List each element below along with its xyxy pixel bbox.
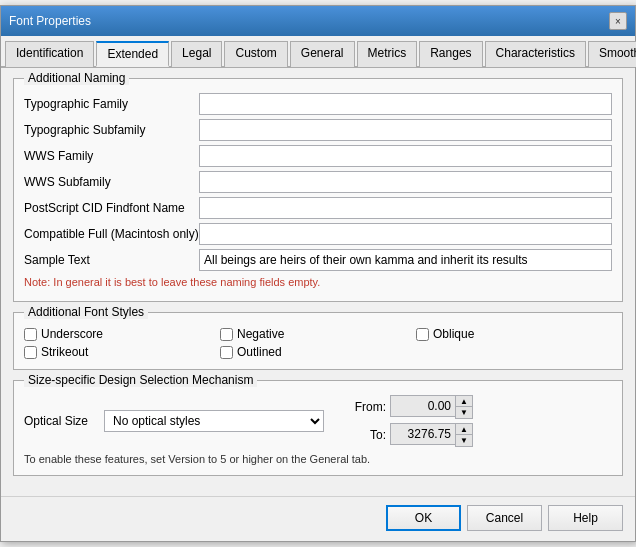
underscore-cell: Underscore xyxy=(24,327,220,341)
wws-subfamily-row: WWS Subfamily xyxy=(24,171,612,193)
compat-full-input[interactable] xyxy=(199,223,612,245)
wws-subfamily-label: WWS Subfamily xyxy=(24,175,199,189)
optical-content: Optical Size No optical styles From: ▲ ▼ xyxy=(24,395,612,465)
tab-identification[interactable]: Identification xyxy=(5,41,94,67)
wws-subfamily-input[interactable] xyxy=(199,171,612,193)
from-to-section: From: ▲ ▼ To: xyxy=(354,395,473,447)
from-row: From: ▲ ▼ xyxy=(354,395,473,419)
to-spinbox: ▲ ▼ xyxy=(390,423,473,447)
content-area: Additional Naming Typographic Family Typ… xyxy=(1,68,635,496)
tab-general[interactable]: General xyxy=(290,41,355,67)
tab-bar: Identification Extended Legal Custom Gen… xyxy=(1,36,635,68)
optical-size-label: Optical Size xyxy=(24,414,104,428)
tab-ranges[interactable]: Ranges xyxy=(419,41,482,67)
compat-full-label: Compatible Full (Macintosh only) xyxy=(24,227,199,241)
tab-characteristics[interactable]: Characteristics xyxy=(485,41,586,67)
naming-note: Note: In general it is best to leave the… xyxy=(24,276,612,288)
from-spin-buttons: ▲ ▼ xyxy=(455,395,473,419)
strikeout-checkbox[interactable] xyxy=(24,346,37,359)
typo-subfamily-input[interactable] xyxy=(199,119,612,141)
optical-group-label: Size-specific Design Selection Mechanism xyxy=(24,373,257,387)
window-title: Font Properties xyxy=(9,14,91,28)
additional-naming-group: Additional Naming Typographic Family Typ… xyxy=(13,78,623,302)
typo-family-input[interactable] xyxy=(199,93,612,115)
ps-cid-input[interactable] xyxy=(199,197,612,219)
wws-family-row: WWS Family xyxy=(24,145,612,167)
to-decrement-button[interactable]: ▼ xyxy=(456,435,472,446)
bottom-buttons: OK Cancel Help xyxy=(1,496,635,541)
outlined-cell: Outlined xyxy=(220,345,416,359)
sample-text-row: Sample Text xyxy=(24,249,612,271)
typo-subfamily-row: Typographic Subfamily xyxy=(24,119,612,141)
sample-text-input[interactable] xyxy=(199,249,612,271)
font-styles-label: Additional Font Styles xyxy=(24,305,148,319)
from-input[interactable] xyxy=(390,395,455,417)
to-spin-buttons: ▲ ▼ xyxy=(455,423,473,447)
oblique-checkbox[interactable] xyxy=(416,328,429,341)
strikeout-cell: Strikeout xyxy=(24,345,220,359)
optical-group: Size-specific Design Selection Mechanism… xyxy=(13,380,623,476)
title-bar: Font Properties × xyxy=(1,6,635,36)
underscore-checkbox[interactable] xyxy=(24,328,37,341)
help-button[interactable]: Help xyxy=(548,505,623,531)
to-row: To: ▲ ▼ xyxy=(354,423,473,447)
title-bar-buttons: × xyxy=(609,12,627,30)
naming-fields: Typographic Family Typographic Subfamily… xyxy=(24,93,612,288)
oblique-cell: Oblique xyxy=(416,327,612,341)
font-styles-group: Additional Font Styles Underscore Negati… xyxy=(13,312,623,370)
optical-size-row: Optical Size No optical styles From: ▲ ▼ xyxy=(24,395,612,447)
from-increment-button[interactable]: ▲ xyxy=(456,396,472,407)
tab-legal[interactable]: Legal xyxy=(171,41,222,67)
to-input[interactable] xyxy=(390,423,455,445)
typo-family-label: Typographic Family xyxy=(24,97,199,111)
font-properties-window: Font Properties × Identification Extende… xyxy=(0,5,636,542)
tab-extended[interactable]: Extended xyxy=(96,41,169,67)
typo-subfamily-label: Typographic Subfamily xyxy=(24,123,199,137)
font-styles-checkboxes: Underscore Negative Oblique Strikeout Ou… xyxy=(24,327,612,359)
outlined-label: Outlined xyxy=(237,345,282,359)
ps-cid-row: PostScript CID Findfont Name xyxy=(24,197,612,219)
typo-family-row: Typographic Family xyxy=(24,93,612,115)
negative-checkbox[interactable] xyxy=(220,328,233,341)
tab-metrics[interactable]: Metrics xyxy=(357,41,418,67)
tab-custom[interactable]: Custom xyxy=(224,41,287,67)
underscore-label: Underscore xyxy=(41,327,103,341)
ps-cid-label: PostScript CID Findfont Name xyxy=(24,201,199,215)
optical-size-select[interactable]: No optical styles xyxy=(104,410,324,432)
strikeout-label: Strikeout xyxy=(41,345,88,359)
outlined-checkbox[interactable] xyxy=(220,346,233,359)
wws-family-input[interactable] xyxy=(199,145,612,167)
tab-smoothing[interactable]: Smoothing xyxy=(588,41,636,67)
to-label: To: xyxy=(354,428,386,442)
close-button[interactable]: × xyxy=(609,12,627,30)
ok-button[interactable]: OK xyxy=(386,505,461,531)
negative-label: Negative xyxy=(237,327,284,341)
to-increment-button[interactable]: ▲ xyxy=(456,424,472,435)
from-label: From: xyxy=(354,400,386,414)
negative-cell: Negative xyxy=(220,327,416,341)
sample-text-label: Sample Text xyxy=(24,253,199,267)
compat-full-row: Compatible Full (Macintosh only) xyxy=(24,223,612,245)
from-spinbox: ▲ ▼ xyxy=(390,395,473,419)
additional-naming-label: Additional Naming xyxy=(24,71,129,85)
oblique-label: Oblique xyxy=(433,327,474,341)
optical-hint: To enable these features, set Version to… xyxy=(24,453,612,465)
cancel-button[interactable]: Cancel xyxy=(467,505,542,531)
wws-family-label: WWS Family xyxy=(24,149,199,163)
from-decrement-button[interactable]: ▼ xyxy=(456,407,472,418)
